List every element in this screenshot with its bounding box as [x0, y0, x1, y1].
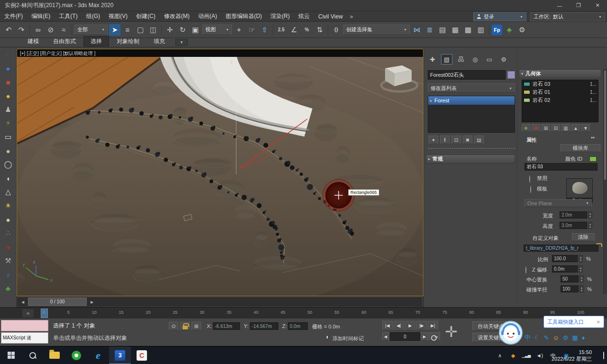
- snaps-toggle-icon[interactable]: 2.5: [276, 24, 287, 36]
- ribbon-tab-populate[interactable]: 填充: [147, 36, 172, 47]
- browser-360-icon[interactable]: [65, 346, 87, 364]
- forest-pack-icon[interactable]: Fp: [492, 25, 502, 35]
- time-slider-handle[interactable]: 0 / 100: [28, 298, 87, 306]
- file-explorer-icon[interactable]: [44, 346, 65, 364]
- scale-spinner[interactable]: ▲▼: [579, 255, 583, 262]
- select-and-move-icon[interactable]: ✛: [164, 24, 175, 36]
- select-and-manipulate-icon[interactable]: ☞: [246, 24, 258, 36]
- moon-icon[interactable]: ☾: [534, 334, 540, 341]
- edit-named-selection-sets-icon[interactable]: {}: [331, 24, 342, 36]
- configure-modifier-sets-icon[interactable]: ▤: [474, 136, 484, 144]
- general-rollout-header[interactable]: ▸ 常规: [426, 155, 515, 164]
- forest-tools-icon[interactable]: ♣: [504, 24, 515, 36]
- box-tool-icon[interactable]: ■: [2, 77, 14, 87]
- height-spinner[interactable]: ▲▼: [588, 222, 592, 229]
- go-to-start-button[interactable]: |◀: [382, 321, 393, 330]
- search-button[interactable]: [22, 346, 44, 364]
- settings-gear-icon[interactable]: ⚙: [563, 334, 569, 341]
- key-mode-button[interactable]: [429, 332, 440, 341]
- maximize-button[interactable]: ❐: [569, 0, 588, 11]
- viewport-label[interactable]: [+] [正交] [用户定义] [默认明暗处理 ]: [20, 50, 95, 57]
- next-frame-arrow[interactable]: ▶: [89, 299, 95, 305]
- menu-item-file[interactable]: 文件(F): [0, 11, 27, 22]
- max-taskbar-icon[interactable]: 3: [109, 346, 131, 364]
- ribbon-minimize-button[interactable]: ▼: [175, 39, 188, 46]
- modifier-list-dropdown[interactable]: 修改器列表 ▼: [428, 83, 515, 93]
- ribbon-tab-freeform[interactable]: 自由形式: [46, 36, 83, 47]
- geometry-list[interactable]: 岩石 031...岩石 011...岩石 021...: [522, 80, 598, 122]
- color-id-swatch[interactable]: [589, 156, 597, 162]
- menu-item-animation[interactable]: 动画(A): [194, 11, 221, 22]
- keyboard-shortcut-override-icon[interactable]: ⇧: [259, 24, 270, 36]
- sun-light-icon[interactable]: ☀: [2, 200, 14, 211]
- mirror-icon[interactable]: ⋈: [411, 24, 423, 36]
- named-selection-sets-dropdown[interactable]: 创建选择集▼: [343, 25, 410, 35]
- maxscript-mini-listener[interactable]: MAXScript 迷: [1, 332, 48, 344]
- custom-object-radio[interactable]: [525, 266, 526, 274]
- menu-item-civil-view[interactable]: Civil View: [314, 11, 347, 22]
- menu-item-graph-editors[interactable]: 图形编辑器(D): [221, 11, 267, 22]
- cone-shape-icon[interactable]: △: [2, 187, 14, 197]
- capsule-shape-icon[interactable]: ◖: [2, 173, 14, 183]
- percent-snap-icon[interactable]: %: [301, 24, 313, 36]
- isolate-selection-icon[interactable]: ⊙: [169, 322, 178, 330]
- z-offset-spinner[interactable]: ▲▼: [579, 265, 583, 273]
- clear-button[interactable]: 清除: [572, 233, 595, 241]
- plant-tool-icon[interactable]: ♣: [2, 283, 14, 293]
- height-field[interactable]: 3.0m: [560, 222, 587, 229]
- template-radio[interactable]: [530, 186, 531, 193]
- menu-item-rendering[interactable]: 渲染(R): [266, 11, 294, 22]
- blue-sphere-tool-icon[interactable]: ●: [2, 63, 14, 73]
- geometry-list-item-2[interactable]: 岩石 011...: [522, 88, 598, 96]
- selection-lock-icon[interactable]: [180, 322, 190, 330]
- close-icon[interactable]: ✕: [597, 319, 600, 325]
- show-end-result-icon[interactable]: ‖: [440, 136, 450, 144]
- menu-item-create[interactable]: 创建(C): [132, 11, 160, 22]
- display-tab[interactable]: ▭: [484, 54, 495, 64]
- minimize-button[interactable]: —: [550, 0, 569, 11]
- menu-item-group[interactable]: 组(G): [82, 11, 104, 22]
- plane-shape-icon[interactable]: ●: [2, 146, 14, 156]
- spinner-snap-icon[interactable]: ⇅: [314, 24, 325, 36]
- create-tab[interactable]: ✚: [427, 54, 438, 64]
- viewport-scene[interactable]: z y x: [17, 57, 423, 296]
- window-crossing-toggle-icon[interactable]: ◫: [147, 24, 159, 36]
- globe-tool-icon[interactable]: ♁: [2, 269, 14, 280]
- collision-radius-field[interactable]: 100: [561, 285, 579, 292]
- graphite-ribbon-icon[interactable]: ▦: [450, 24, 461, 36]
- bind-to-space-warp-icon[interactable]: ≈: [58, 24, 69, 36]
- set-key-plus-icon[interactable]: ✛: [445, 319, 458, 344]
- collapse-chevrons-icon[interactable]: ▾▾: [591, 136, 595, 140]
- item-name-field[interactable]: 岩石 03: [524, 163, 598, 171]
- geometry-list-item-3[interactable]: 岩石 021...: [522, 96, 598, 104]
- ribbon-tab-selection[interactable]: 选择: [83, 36, 109, 47]
- paste-item-icon[interactable]: ⊟: [552, 124, 560, 132]
- move-down-icon[interactable]: ▼: [581, 124, 590, 132]
- axe-tool-icon[interactable]: ⚒: [2, 255, 14, 266]
- unlink-selection-icon[interactable]: ⊘: [45, 24, 56, 36]
- go-to-end-button[interactable]: ▶|: [428, 321, 438, 330]
- add-time-tag[interactable]: 添加时间标记: [332, 335, 364, 342]
- plane-mode-dropdown[interactable]: One Plane ▼: [524, 199, 592, 207]
- select-and-link-icon[interactable]: ∞: [32, 24, 44, 36]
- delete-item-icon[interactable]: ✖: [532, 124, 540, 132]
- make-unique-icon[interactable]: ⊡: [451, 136, 461, 144]
- track-bar[interactable]: ≈ 05101520253035404550556065707580859095…: [0, 307, 607, 318]
- select-and-rotate-icon[interactable]: ↻: [177, 24, 188, 36]
- select-and-scale-icon[interactable]: ▣: [190, 24, 201, 36]
- hierarchy-tab[interactable]: 品: [455, 54, 467, 64]
- geometry-list-item-1[interactable]: 岩石 031...: [522, 80, 598, 88]
- ime-chinese-icon[interactable]: 中: [524, 333, 531, 342]
- scrollbar-thumb[interactable]: [604, 71, 606, 180]
- motion-tab[interactable]: ◎: [469, 54, 481, 64]
- width-field[interactable]: 2.0m: [560, 211, 587, 218]
- frame-prev-button[interactable]: ◀: [382, 332, 389, 341]
- play-button[interactable]: ▶: [405, 321, 415, 330]
- mini-curve-editor-button[interactable]: ≈: [22, 309, 34, 318]
- x-coord-field[interactable]: -6.613m: [213, 322, 240, 330]
- grid-icon[interactable]: ▦: [572, 334, 578, 341]
- volume-icon[interactable]: ◄): [534, 346, 545, 364]
- curve-editor-icon[interactable]: ▩: [462, 24, 474, 36]
- custom-object-field[interactable]: t_library_DDRZH2A_fp_r: [524, 245, 598, 252]
- ribbon-tab-modeling[interactable]: 建模: [21, 36, 46, 47]
